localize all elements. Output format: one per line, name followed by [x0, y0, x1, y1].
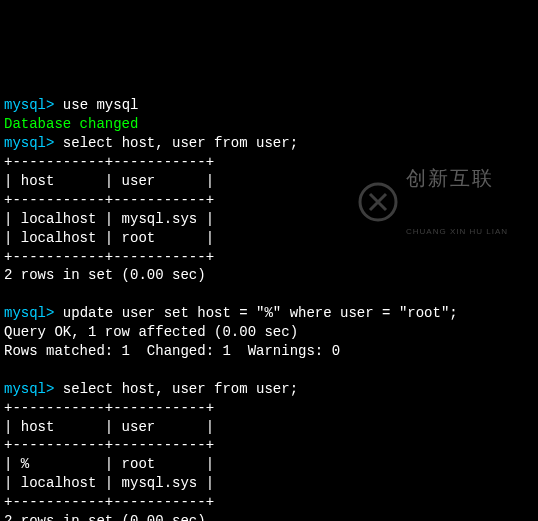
mysql-prompt: mysql>	[4, 381, 54, 397]
table-header: | host | user |	[4, 419, 214, 435]
table-border: +-----------+-----------+	[4, 400, 214, 416]
table-border: +-----------+-----------+	[4, 154, 214, 170]
table-row: | % | root |	[4, 456, 214, 472]
command-update: update user set host = "%" where user = …	[54, 305, 457, 321]
table-header: | host | user |	[4, 173, 214, 189]
result-summary: 2 rows in set (0.00 sec)	[4, 267, 206, 283]
terminal-output: mysql> use mysql Database changed mysql>…	[0, 76, 538, 521]
table-border: +-----------+-----------+	[4, 192, 214, 208]
command-select-1: select host, user from user;	[54, 135, 298, 151]
table-row: | localhost | root |	[4, 230, 214, 246]
table-row: | localhost | mysql.sys |	[4, 211, 214, 227]
command-select-2: select host, user from user;	[54, 381, 298, 397]
mysql-prompt: mysql>	[4, 305, 54, 321]
mysql-prompt: mysql>	[4, 97, 54, 113]
result-summary: 2 rows in set (0.00 sec)	[4, 513, 206, 521]
query-ok-msg: Query OK, 1 row affected (0.00 sec)	[4, 324, 298, 340]
table-border: +-----------+-----------+	[4, 437, 214, 453]
command-use-db: use mysql	[54, 97, 138, 113]
mysql-prompt: mysql>	[4, 135, 54, 151]
table-row: | localhost | mysql.sys |	[4, 475, 214, 491]
table-border: +-----------+-----------+	[4, 494, 214, 510]
db-changed-msg: Database changed	[4, 116, 138, 132]
table-border: +-----------+-----------+	[4, 249, 214, 265]
rows-matched-msg: Rows matched: 1 Changed: 1 Warnings: 0	[4, 343, 340, 359]
